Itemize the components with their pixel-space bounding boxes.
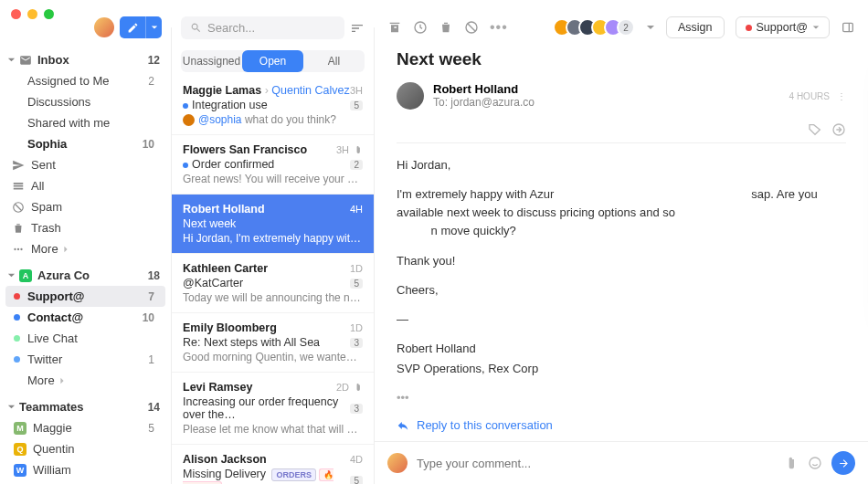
message-menu-icon[interactable]: ⋮ [837, 91, 846, 101]
thread-item[interactable]: Flowers San Francisco3H Order confirmed2… [172, 135, 374, 195]
sidebar-item[interactable]: Discussions [5, 91, 165, 112]
spam-icon[interactable] [464, 20, 479, 35]
tab-open[interactable]: Open [242, 50, 303, 72]
participants-dropdown-icon[interactable] [646, 23, 655, 32]
attachment-icon [354, 145, 363, 154]
azura-label: Azura Co [37, 268, 90, 282]
attachment-icon [354, 383, 363, 392]
tab-unassigned[interactable]: Unassigned [181, 50, 242, 72]
sidebar-item[interactable]: Support@7 [5, 286, 165, 307]
sender-avatar [397, 82, 424, 110]
sidebar-item[interactable]: All [5, 175, 165, 196]
sidebar-item[interactable]: MMaggie5 [5, 417, 165, 438]
sidebar-item[interactable]: Trash [5, 217, 165, 238]
sidebar-item[interactable]: Sophia10 [5, 133, 165, 154]
message-age: 4 HOURS [789, 91, 830, 101]
comment-input[interactable] [417, 457, 775, 470]
chevron-down-icon [812, 24, 820, 31]
inbox-count: 12 [148, 54, 160, 67]
svg-line-5 [468, 24, 475, 31]
search-input[interactable]: Search... [181, 16, 344, 39]
assign-button[interactable]: Assign [666, 16, 725, 38]
thread-item[interactable]: Alison Jackson4D Missing Delivery ORDERS… [172, 445, 374, 484]
svg-line-1 [16, 204, 22, 210]
thread-item[interactable]: Levi Ramsey2D Increasing our order frequ… [172, 373, 374, 445]
msg-thanks: Thank you! [397, 252, 846, 270]
thread-title: Next week [397, 49, 846, 69]
participant-avatars[interactable]: 2 [558, 18, 635, 37]
send-button[interactable] [831, 451, 855, 475]
snooze-icon[interactable] [413, 20, 428, 35]
svg-rect-6 [843, 23, 853, 31]
sidebar-item[interactable]: More [5, 370, 165, 391]
compose-dropdown[interactable] [145, 16, 162, 38]
thread-filter-tabs: Unassigned Open All [181, 50, 365, 72]
thread-item[interactable]: Maggie Lamas › Quentin Calvez3H Integrat… [172, 76, 374, 135]
azura-section-header[interactable]: A Azura Co 18 [0, 263, 171, 286]
tab-all[interactable]: All [303, 50, 365, 72]
trash-icon [12, 222, 25, 235]
sidebar-item[interactable]: Twitter1 [5, 349, 165, 370]
more-icon [12, 243, 25, 256]
extra-participants-count: 2 [617, 18, 635, 37]
sidebar-item[interactable]: More [5, 480, 165, 484]
inbox-label: Inbox [37, 53, 69, 67]
azura-count: 18 [148, 269, 160, 282]
inbox-section-header[interactable]: Inbox 12 [0, 47, 171, 70]
to-label: To: [433, 96, 448, 109]
trash-icon[interactable] [439, 20, 453, 35]
all-icon [12, 180, 25, 193]
sig-name: Robert Holland [397, 340, 846, 358]
label-icon[interactable] [808, 122, 822, 137]
thread-item[interactable]: Kathleen Carter1D @KatCarter5 Today we w… [172, 254, 374, 313]
tag-dot-icon [746, 25, 752, 31]
sidebar-item[interactable]: QQuentin [5, 438, 165, 459]
sidebar-item[interactable]: Contact@10 [5, 307, 165, 328]
sender-name: Robert Holland [433, 82, 535, 96]
reply-icon [397, 419, 409, 432]
sidebar-item[interactable]: Sent [5, 154, 165, 175]
sent-icon [12, 159, 25, 172]
search-placeholder: Search... [207, 21, 255, 35]
teammates-label: Teammates [19, 400, 84, 414]
compose-button[interactable] [120, 16, 145, 38]
msg-divider: — [397, 310, 846, 329]
attachment-icon[interactable] [784, 456, 799, 470]
sig-title: SVP Operations, Rex Corp [397, 360, 846, 378]
azura-icon: A [19, 269, 32, 282]
sidebar-item[interactable]: Shared with me [5, 112, 165, 133]
msg-expand-icon[interactable]: ••• [397, 389, 846, 407]
teammates-section-header[interactable]: Teammates 14 [0, 395, 171, 417]
sidebar-item[interactable]: Live Chat [5, 328, 165, 349]
msg-para1: I'm extremely happy with Azura Software … [397, 185, 846, 240]
sidebar-item[interactable]: More [5, 238, 165, 259]
current-user-avatar[interactable] [94, 17, 114, 37]
to-address: jordan@azura.co [450, 96, 535, 109]
share-icon[interactable] [831, 122, 846, 137]
sidebar-item[interactable]: Spam [5, 196, 165, 217]
teammates-count: 14 [148, 401, 160, 414]
panel-toggle-icon[interactable] [841, 20, 855, 35]
sidebar-item[interactable]: Assigned to Me2 [5, 70, 165, 91]
thread-item[interactable]: Emily Bloomberg1D Re: Next steps with Al… [172, 313, 374, 373]
msg-greeting: Hi Jordan, [397, 156, 846, 174]
compose-avatar [387, 453, 408, 473]
emoji-icon[interactable] [808, 456, 822, 470]
archive-icon[interactable] [387, 20, 402, 35]
svg-point-9 [810, 458, 820, 468]
msg-cheers: Cheers, [397, 281, 846, 300]
sidebar-item[interactable]: WWilliam [5, 459, 165, 480]
tag-button[interactable]: Support@ [736, 16, 830, 38]
reply-link[interactable]: Reply to this conversation [397, 418, 846, 432]
spam-icon [12, 201, 25, 214]
toolbar-more-icon[interactable]: ••• [490, 19, 508, 36]
sort-icon[interactable] [350, 21, 365, 36]
tag-label: Support@ [757, 21, 808, 34]
thread-item[interactable]: Robert Holland4H Next week Hi Jordan, I'… [172, 195, 374, 254]
